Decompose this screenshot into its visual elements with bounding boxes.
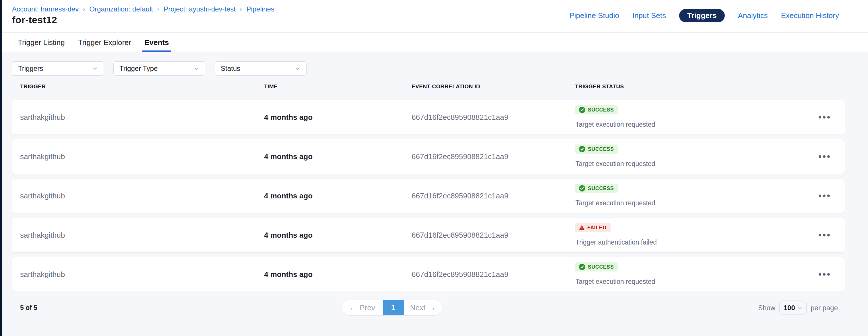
trigger-type-filter-label: Trigger Type xyxy=(119,65,158,72)
event-correlation-id: 667d16f2ec895908821c1aa9 xyxy=(412,231,508,240)
prev-label: Prev xyxy=(360,303,375,312)
page-size-control: Show 100 per page xyxy=(758,301,838,315)
breadcrumb-pipelines[interactable]: Pipelines xyxy=(246,5,274,13)
event-correlation-id: 667d16f2ec895908821c1aa9 xyxy=(412,192,508,200)
column-header-time: TIME xyxy=(264,83,278,90)
status-message: Target execution requested xyxy=(576,160,655,168)
chevron-down-icon xyxy=(193,66,199,71)
status-badge: SUCCESS xyxy=(575,144,618,154)
table-row: sarthakgithub 4 months ago 667d16f2ec895… xyxy=(12,257,845,292)
breadcrumb-organization[interactable]: Organization: default xyxy=(89,5,153,13)
table-header: TRIGGER TIME EVENT CORRELATION ID TRIGGE… xyxy=(12,83,845,90)
trigger-name: sarthakgithub xyxy=(20,231,65,240)
event-time: 4 months ago xyxy=(264,152,313,161)
triggers-filter-label: Triggers xyxy=(18,65,43,72)
next-page-button[interactable]: Next → xyxy=(404,300,442,315)
status-label: SUCCESS xyxy=(588,264,614,270)
breadcrumb-separator: › xyxy=(240,5,242,13)
tab-events[interactable]: Events xyxy=(144,33,169,52)
next-label: Next xyxy=(410,303,425,312)
row-menu-button[interactable] xyxy=(816,192,832,200)
events-content: Triggers Trigger Type Status TRIGGER TIM… xyxy=(2,53,868,336)
status-badge: SUCCESS xyxy=(575,105,618,114)
breadcrumb: Account: harness-dev › Organization: def… xyxy=(12,5,274,13)
status-filter-label: Status xyxy=(221,65,240,72)
status-message: Target execution requested xyxy=(576,278,655,285)
breadcrumb-project[interactable]: Project: ayushi-dev-test xyxy=(164,5,236,13)
row-menu-button[interactable] xyxy=(816,153,832,160)
status-label: SUCCESS xyxy=(588,186,614,192)
column-header-trigger: TRIGGER xyxy=(20,83,45,90)
status-badge: SUCCESS xyxy=(575,262,618,271)
filters-row: Triggers Trigger Type Status xyxy=(12,61,868,76)
chevron-down-icon xyxy=(92,66,98,71)
pagination-controls: ← Prev 1 Next → xyxy=(342,300,442,315)
table-row: sarthakgithub 4 months ago 667d16f2ec895… xyxy=(12,139,845,174)
status-filter-dropdown[interactable]: Status xyxy=(215,61,307,76)
page-1-button[interactable]: 1 xyxy=(383,300,404,315)
pipeline-nav: Pipeline Studio Input Sets Triggers Anal… xyxy=(569,9,839,22)
pagination-footer: 5 of 5 ← Prev 1 Next → Show 100 per page xyxy=(12,300,845,315)
page-size-select[interactable]: 100 xyxy=(779,301,807,315)
row-menu-button[interactable] xyxy=(816,271,832,278)
check-circle-icon xyxy=(579,107,585,113)
nav-execution-history[interactable]: Execution History xyxy=(781,11,839,20)
status-message: Trigger authentication failed xyxy=(576,238,657,246)
arrow-right-icon: → xyxy=(428,304,436,311)
tabs-bar: Trigger Listing Trigger Explorer Events xyxy=(2,32,868,53)
event-time: 4 months ago xyxy=(264,270,313,279)
breadcrumb-separator: › xyxy=(83,5,85,13)
tab-trigger-listing[interactable]: Trigger Listing xyxy=(18,33,65,52)
status-message: Target execution requested xyxy=(576,199,655,207)
trigger-name: sarthakgithub xyxy=(20,270,65,279)
page-size-value: 100 xyxy=(784,304,795,312)
sidebar-edge xyxy=(0,0,2,336)
check-circle-icon xyxy=(579,185,585,192)
row-menu-button[interactable] xyxy=(816,232,832,239)
trigger-name: sarthakgithub xyxy=(20,152,65,161)
per-page-label: per page xyxy=(811,304,838,312)
page-title: for-test12 xyxy=(12,14,57,26)
warning-triangle-icon xyxy=(579,225,585,231)
chevron-down-icon xyxy=(295,66,301,71)
results-summary: 5 of 5 xyxy=(20,304,37,312)
column-header-trigger-status: TRIGGER STATUS xyxy=(575,83,624,90)
event-time: 4 months ago xyxy=(264,113,313,122)
tab-trigger-explorer[interactable]: Trigger Explorer xyxy=(78,33,131,52)
trigger-type-filter-dropdown[interactable]: Trigger Type xyxy=(113,61,205,76)
event-time: 4 months ago xyxy=(264,192,313,200)
status-badge: FAILED xyxy=(575,223,611,232)
arrow-left-icon: ← xyxy=(349,304,357,311)
trigger-name: sarthakgithub xyxy=(20,192,65,200)
breadcrumb-account[interactable]: Account: harness-dev xyxy=(12,5,79,13)
trigger-name: sarthakgithub xyxy=(20,113,65,122)
nav-pipeline-studio[interactable]: Pipeline Studio xyxy=(569,11,619,20)
breadcrumb-separator: › xyxy=(157,5,159,13)
status-label: FAILED xyxy=(587,225,607,231)
nav-input-sets[interactable]: Input Sets xyxy=(632,11,666,20)
column-header-correlation-id: EVENT CORRELATION ID xyxy=(412,83,480,90)
event-correlation-id: 667d16f2ec895908821c1aa9 xyxy=(412,152,508,161)
chevron-down-icon xyxy=(797,305,803,310)
events-table: sarthakgithub 4 months ago 667d16f2ec895… xyxy=(12,100,868,292)
status-label: SUCCESS xyxy=(588,107,614,113)
show-label: Show xyxy=(758,304,775,312)
event-correlation-id: 667d16f2ec895908821c1aa9 xyxy=(412,270,508,279)
nav-analytics[interactable]: Analytics xyxy=(738,11,768,20)
triggers-filter-dropdown[interactable]: Triggers xyxy=(12,61,104,76)
event-time: 4 months ago xyxy=(264,231,313,240)
page-header: Account: harness-dev › Organization: def… xyxy=(2,0,868,32)
status-message: Target execution requested xyxy=(576,121,655,128)
check-circle-icon xyxy=(579,264,585,270)
prev-page-button[interactable]: ← Prev xyxy=(342,300,383,315)
table-row: sarthakgithub 4 months ago 667d16f2ec895… xyxy=(12,179,845,213)
table-row: sarthakgithub 4 months ago 667d16f2ec895… xyxy=(12,100,845,134)
status-badge: SUCCESS xyxy=(575,184,618,193)
check-circle-icon xyxy=(579,146,585,152)
nav-triggers[interactable]: Triggers xyxy=(679,9,725,22)
row-menu-button[interactable] xyxy=(816,114,832,121)
table-row: sarthakgithub 4 months ago 667d16f2ec895… xyxy=(12,218,845,252)
status-label: SUCCESS xyxy=(588,146,614,152)
event-correlation-id: 667d16f2ec895908821c1aa9 xyxy=(412,113,508,122)
